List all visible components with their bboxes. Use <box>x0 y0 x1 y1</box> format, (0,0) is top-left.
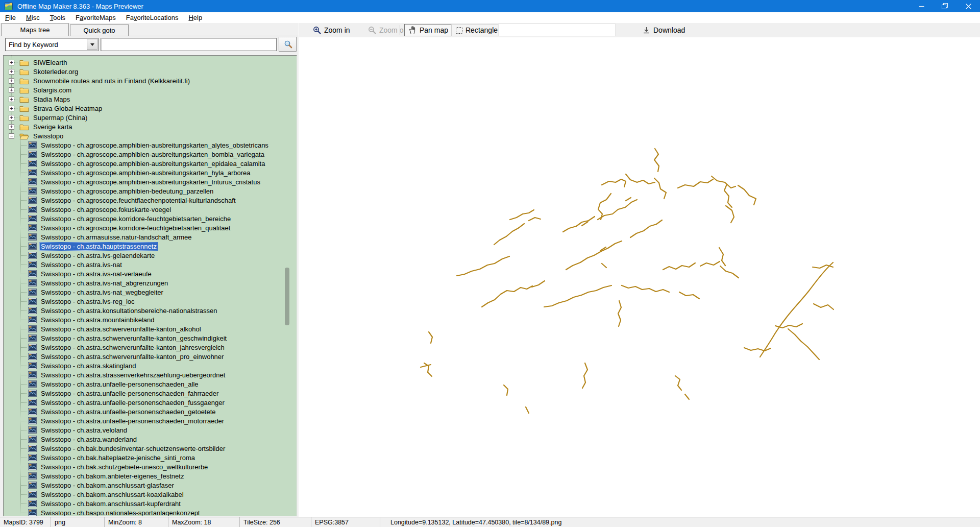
menu-tools[interactable]: Tools <box>45 13 70 22</box>
menu-favoritemaps[interactable]: FavoriteMaps <box>70 13 121 22</box>
tree-map-item[interactable]: Swisstopo - ch.astra.ivs-nat_wegbegleite… <box>4 288 297 297</box>
tree-map-item[interactable]: Swisstopo - ch.astra.skatingland <box>4 361 297 370</box>
tree-map-item[interactable]: Swisstopo - ch.bak.bundesinventar-schuet… <box>4 444 297 453</box>
search-button[interactable] <box>279 37 297 52</box>
tree-map-item[interactable]: Swisstopo - ch.astra.unfaelle-personensc… <box>4 416 297 425</box>
tree-folder-supermap-china-[interactable]: +Supermap (China) <box>4 113 297 122</box>
find-mode-select[interactable]: Find by Keyword <box>5 38 99 51</box>
tree-map-item[interactable]: Swisstopo - ch.astra.hauptstrassennetz <box>4 242 297 251</box>
expand-icon[interactable]: + <box>9 115 14 121</box>
tree-folder-strava-global-heatmap[interactable]: +Strava Global Heatmap <box>4 104 297 113</box>
tree-map-item[interactable]: Swisstopo - ch.astra.unfaelle-personensc… <box>4 379 297 389</box>
tree-connector <box>14 136 17 136</box>
tree-item-label: Swisstopo - ch.agroscope.korridore-feuch… <box>39 214 232 223</box>
tree-connector <box>20 513 27 513</box>
close-button[interactable] <box>957 0 980 12</box>
tree-map-item[interactable]: Swisstopo - ch.astra.wanderland <box>4 435 297 444</box>
pan-map-button[interactable]: Pan map <box>404 24 453 36</box>
expand-icon[interactable]: + <box>9 124 14 130</box>
tree-connector <box>14 127 17 127</box>
tree-map-item[interactable]: Swisstopo - ch.bakom.anschlussart-glasfa… <box>4 481 297 490</box>
tree-map-item[interactable]: Swisstopo - ch.astra.unfaelle-personensc… <box>4 407 297 416</box>
maps-tree[interactable]: +SIWEIearth+Skoterleder.org+Snowmobile r… <box>3 55 297 516</box>
tree-folder-stadia-maps[interactable]: +Stadia Maps <box>4 94 297 104</box>
app-window: Offline Map Maker 8.363 - Maps Previewer… <box>0 0 980 527</box>
tree-item-label: Swisstopo - ch.astra.schwerverunfallte-k… <box>39 352 225 361</box>
collapse-icon[interactable]: − <box>9 133 14 139</box>
menu-favoritelocations[interactable]: FavoriteLocations <box>121 13 184 22</box>
tree-folder-solargis-com[interactable]: +Solargis.com <box>4 85 297 94</box>
tree-item-label: Swisstopo - ch.astra.hauptstrassennetz <box>39 242 158 251</box>
tree-map-item[interactable]: Swisstopo - ch.agroscope.feuchtflaechenp… <box>4 196 297 205</box>
tree-map-item[interactable]: Swisstopo - ch.astra.ivs-gelaendekarte <box>4 251 297 260</box>
expand-icon[interactable]: + <box>9 60 14 65</box>
tree-folder-sverige-karta[interactable]: +Sverige karta <box>4 122 297 131</box>
tree-map-item[interactable]: Swisstopo - ch.agroscope.amphibien-ausbr… <box>4 177 297 186</box>
find-mode-dropdown-button[interactable] <box>87 39 97 50</box>
map-layer-icon <box>28 353 37 360</box>
tree-map-item[interactable]: Swisstopo - ch.astra.unfaelle-personensc… <box>4 389 297 398</box>
folder-icon <box>19 123 29 131</box>
expand-icon[interactable]: + <box>9 87 14 93</box>
expand-icon[interactable]: + <box>9 97 14 102</box>
tree-map-item[interactable]: Swisstopo - ch.astra.ivs-nat-verlaeufe <box>4 269 297 278</box>
tree-folder-skoterleder-org[interactable]: +Skoterleder.org <box>4 67 297 76</box>
tree-map-item[interactable]: Swisstopo - ch.agroscope.korridore-feuch… <box>4 223 297 232</box>
tree-map-item[interactable]: Swisstopo - ch.agroscope.amphibien-ausbr… <box>4 140 297 150</box>
menu-misc[interactable]: Misc <box>21 13 45 22</box>
minimize-button[interactable] <box>910 0 933 12</box>
tree-folder-snowmobile-routes-and-ruts-in-finland-kelkkareitit-fi-[interactable]: +Snowmobile routes and ruts in Finland (… <box>4 76 297 85</box>
tree-map-item[interactable]: Swisstopo - ch.bakom.anschlussart-kupfer… <box>4 499 297 508</box>
tree-map-item[interactable]: Swisstopo - ch.bak.halteplaetze-jenische… <box>4 453 297 462</box>
map-layer-icon <box>28 491 37 498</box>
toolbar-input[interactable] <box>498 23 616 36</box>
keyword-input[interactable] <box>101 38 277 51</box>
tree-map-item[interactable]: Swisstopo - ch.astra.ivs-nat <box>4 260 297 269</box>
map-layer-icon <box>28 261 37 268</box>
map-layer-icon <box>28 362 37 369</box>
menu-file[interactable]: File <box>0 13 21 22</box>
tree-map-item[interactable]: Swisstopo - ch.astra.schwerverunfallte-k… <box>4 333 297 343</box>
road-line <box>529 218 541 221</box>
tree-map-item[interactable]: Swisstopo - ch.astra.schwerverunfallte-k… <box>4 343 297 352</box>
tree-map-item[interactable]: Swisstopo - ch.agroscope.amphibien-ausbr… <box>4 159 297 168</box>
rectangle-button[interactable]: Rectangle <box>451 24 502 36</box>
road-line <box>510 210 534 220</box>
expand-icon[interactable]: + <box>9 78 14 84</box>
tree-scrollbar-thumb[interactable] <box>285 268 289 325</box>
zoom-in-button[interactable]: Zoom in <box>308 24 355 36</box>
map-layer-icon <box>28 390 37 397</box>
tree-map-item[interactable]: Swisstopo - ch.astra.konsultationsbereic… <box>4 306 297 315</box>
download-button[interactable]: Download <box>638 24 690 36</box>
tree-map-item[interactable]: Swisstopo - ch.astra.veloland <box>4 425 297 435</box>
tree-map-item[interactable]: Swisstopo - ch.bakom.anschlussart-koaxia… <box>4 490 297 499</box>
tree-item-label: Swisstopo - ch.agroscope.korridore-feuch… <box>39 224 232 232</box>
tree-map-item[interactable]: Swisstopo - ch.agroscope.amphibien-bedeu… <box>4 186 297 196</box>
tree-map-item[interactable]: Swisstopo - ch.bakom.anbieter-eigenes_fe… <box>4 471 297 481</box>
restore-button[interactable] <box>933 0 957 12</box>
tree-folder-siweiearth[interactable]: +SIWEIearth <box>4 58 297 67</box>
tree-map-item[interactable]: Swisstopo - ch.astra.schwerverunfallte-k… <box>4 324 297 333</box>
tab-quick-goto[interactable]: Quick goto <box>70 24 129 36</box>
tree-connector <box>20 421 27 421</box>
tree-map-item[interactable]: Swisstopo - ch.astra.unfaelle-personensc… <box>4 398 297 407</box>
tree-map-item[interactable]: Swisstopo - ch.armasuisse.natur-landscha… <box>4 232 297 242</box>
tree-map-item[interactable]: Swisstopo - ch.astra.strassenverkehrszae… <box>4 370 297 379</box>
tree-map-item[interactable]: Swisstopo - ch.astra.ivs-nat_abgrenzunge… <box>4 278 297 288</box>
tree-map-item[interactable]: Swisstopo - ch.bak.schutzgebiete-unesco_… <box>4 462 297 471</box>
menu-help[interactable]: Help <box>183 13 207 22</box>
expand-icon[interactable]: + <box>9 69 14 75</box>
tree-map-item[interactable]: Swisstopo - ch.agroscope.amphibien-ausbr… <box>4 168 297 177</box>
tree-map-item[interactable]: Swisstopo - ch.agroscope.amphibien-ausbr… <box>4 150 297 159</box>
tree-folder-swisstopo[interactable]: −Swisstopo <box>4 131 297 140</box>
tree-map-item[interactable]: Swisstopo - ch.agroscope.korridore-feuch… <box>4 214 297 223</box>
tree-map-item[interactable]: Swisstopo - ch.astra.mountainbikeland <box>4 315 297 324</box>
tree-map-item[interactable]: Swisstopo - ch.astra.ivs-reg_loc <box>4 297 297 306</box>
tree-map-item[interactable]: Swisstopo - ch.agroscope.fokuskarte-voeg… <box>4 205 297 214</box>
tree-connector <box>20 219 27 219</box>
tree-map-item[interactable]: Swisstopo - ch.astra.schwerverunfallte-k… <box>4 352 297 361</box>
map-viewport[interactable] <box>299 37 980 517</box>
tree-map-item[interactable]: Swisstopo - ch.baspo.nationales-sportanl… <box>4 508 297 516</box>
expand-icon[interactable]: + <box>9 106 14 111</box>
tab-maps-tree[interactable]: Maps tree <box>1 23 69 36</box>
